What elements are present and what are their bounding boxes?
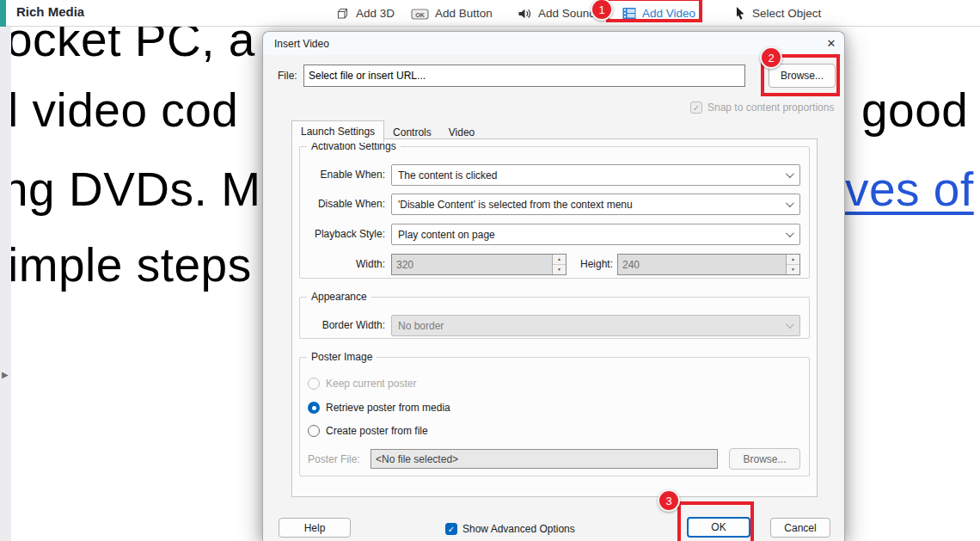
left-panel-strip [0,27,11,541]
disable-when-label: Disable When: [301,198,385,210]
document-text: imple steps [8,237,252,292]
appearance-group: Appearance Border Width: No border [299,297,810,339]
poster-file-input [371,449,718,469]
radio-unselected-icon [308,425,320,437]
browse-poster-button[interactable]: Browse... [729,448,800,470]
add-video-button[interactable]: Add Video [622,0,695,27]
help-button[interactable]: Help [279,518,351,538]
dialog-titlebar: Insert Video ✕ [263,32,844,55]
playback-style-value: Play content on page [398,229,495,241]
film-strip-icon [622,7,636,20]
radio-disabled-icon [308,378,320,390]
checkbox-checked-icon: ✓ [445,523,457,535]
height-input [618,255,786,274]
speaker-icon [518,7,532,21]
chevron-down-icon [786,199,794,207]
dialog-title: Insert Video [274,38,329,50]
document-text: l video cod [8,83,238,138]
chevron-down-icon [786,229,794,237]
height-spinner: ▲ ▼ [786,255,799,274]
radio-create-poster[interactable]: Create poster from file [308,425,428,437]
browse-file-button[interactable]: Browse... [769,64,836,88]
spinner-down-icon: ▼ [787,264,799,274]
chevron-down-icon [786,169,794,178]
toolbar-accent-bar [0,0,6,27]
height-stepper: ▲ ▼ [617,254,800,275]
poster-file-label: Poster File: [308,453,360,465]
document-text: good [861,83,968,138]
add-3d-label: Add 3D [356,7,395,20]
radio-retrieve-poster[interactable]: Retrieve poster from media [308,402,450,414]
ok-button-icon: OK [411,7,429,21]
document-link-text[interactable]: ves of [845,162,974,217]
enable-when-dropdown[interactable]: The content is clicked [391,164,800,186]
rich-media-toolbar: Rich Media Add 3D OK Add Button Add Soun… [0,0,980,27]
width-label: Width: [301,258,385,270]
poster-image-title: Poster Image [307,351,377,363]
enable-when-label: Enable When: [301,169,385,181]
ok-button[interactable]: OK [687,517,750,538]
keep-current-poster-label: Keep current poster [326,378,416,390]
appearance-title: Appearance [307,291,371,303]
radio-keep-current-poster: Keep current poster [308,378,416,390]
file-label: File: [278,70,297,82]
enable-when-value: The content is clicked [398,169,497,181]
add-sound-label: Add Sound [538,7,596,20]
panel-expand-arrow-icon[interactable]: ▶ [2,370,9,379]
add-3d-button[interactable]: Add 3D [335,0,395,27]
add-button-button[interactable]: OK Add Button [411,0,493,27]
document-text: ng DVDs. M [2,162,260,217]
tab-launch-settings[interactable]: Launch Settings [291,120,384,143]
step-3-badge: 3 [658,489,680,512]
step-2-badge: 2 [760,46,782,69]
playback-style-dropdown[interactable]: Play content on page [391,224,800,245]
create-poster-label: Create poster from file [326,425,428,437]
add-button-label: Add Button [435,7,493,20]
show-advanced-options-checkbox[interactable]: ✓ Show Advanced Options [445,523,575,535]
add-sound-button[interactable]: Add Sound [518,0,596,27]
snap-proportions-label: Snap to content proportions [707,101,834,114]
disable-when-value: 'Disable Content' is selected from the c… [398,199,633,211]
activation-settings-group: Activation Settings Enable When: The con… [299,146,810,279]
poster-image-group: Poster Image Keep current poster Retriev… [299,357,810,476]
height-label: Height: [529,258,613,270]
playback-style-label: Playback Style: [301,228,385,240]
file-url-input[interactable] [303,65,745,87]
cube-3d-icon [335,6,350,21]
launch-settings-tabpage: Activation Settings Enable When: The con… [291,138,818,497]
border-width-label: Border Width: [301,319,385,331]
border-width-value: No border [398,320,444,332]
select-object-label: Select Object [752,7,821,20]
radio-selected-icon [308,402,320,414]
toolbar-title: Rich Media [16,4,84,19]
snap-proportions-checkbox: ✓ Snap to content proportions [690,101,834,114]
insert-video-dialog: Insert Video ✕ File: Browse... ✓ Snap to… [262,31,845,541]
border-width-dropdown: No border [391,315,800,336]
retrieve-poster-label: Retrieve poster from media [326,402,450,414]
select-object-button[interactable]: Select Object [734,0,821,27]
cursor-arrow-icon [734,6,746,21]
chevron-down-icon [786,320,794,329]
spinner-up-icon: ▲ [787,255,799,264]
close-icon[interactable]: ✕ [822,35,841,52]
disable-when-dropdown[interactable]: 'Disable Content' is selected from the c… [391,194,800,215]
add-video-label: Add Video [642,7,695,20]
svg-text:OK: OK [415,11,425,17]
show-advanced-options-label: Show Advanced Options [462,523,575,535]
cancel-button[interactable]: Cancel [770,518,830,538]
checkbox-checked-disabled-icon: ✓ [690,101,702,114]
